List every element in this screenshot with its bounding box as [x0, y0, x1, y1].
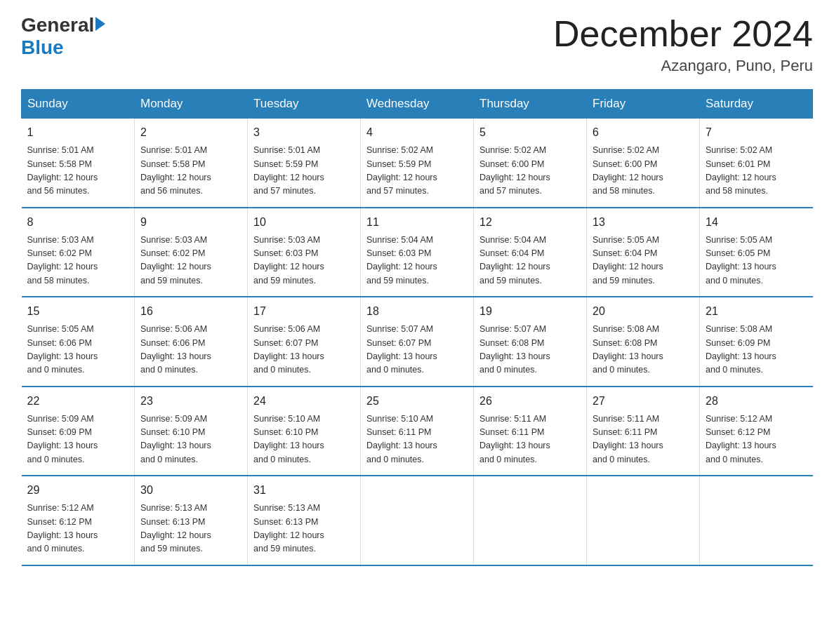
location-text: Azangaro, Puno, Peru — [553, 57, 813, 75]
day-info: Sunrise: 5:06 AMSunset: 6:07 PMDaylight:… — [253, 323, 355, 377]
day-number: 1 — [27, 124, 129, 141]
day-number: 19 — [479, 303, 581, 320]
day-number: 21 — [706, 303, 807, 320]
day-number: 3 — [253, 124, 355, 141]
day-header-sunday: Sunday — [22, 90, 135, 119]
week-row-5: 29 Sunrise: 5:12 AMSunset: 6:12 PMDaylig… — [22, 476, 813, 565]
calendar-cell: 7 Sunrise: 5:02 AMSunset: 6:01 PMDayligh… — [700, 119, 813, 208]
calendar-cell: 17 Sunrise: 5:06 AMSunset: 6:07 PMDaylig… — [248, 297, 361, 387]
calendar-cell: 31 Sunrise: 5:13 AMSunset: 6:13 PMDaylig… — [248, 476, 361, 565]
calendar-cell: 9 Sunrise: 5:03 AMSunset: 6:02 PMDayligh… — [135, 208, 248, 297]
day-number: 7 — [706, 124, 807, 141]
day-info: Sunrise: 5:01 AMSunset: 5:58 PMDaylight:… — [140, 144, 241, 199]
week-row-3: 15 Sunrise: 5:05 AMSunset: 6:06 PMDaylig… — [22, 297, 813, 387]
day-number: 24 — [253, 393, 355, 410]
calendar-cell: 30 Sunrise: 5:13 AMSunset: 6:13 PMDaylig… — [135, 476, 248, 565]
day-info: Sunrise: 5:12 AMSunset: 6:12 PMDaylight:… — [27, 502, 129, 556]
day-info: Sunrise: 5:11 AMSunset: 6:11 PMDaylight:… — [479, 412, 581, 467]
page-header: General Blue December 2024 Azangaro, Pun… — [21, 14, 813, 75]
day-number: 13 — [593, 214, 694, 231]
day-number: 20 — [593, 303, 694, 320]
calendar-header: SundayMondayTuesdayWednesdayThursdayFrid… — [22, 90, 813, 119]
calendar-cell: 3 Sunrise: 5:01 AMSunset: 5:59 PMDayligh… — [248, 119, 361, 208]
day-info: Sunrise: 5:07 AMSunset: 6:07 PMDaylight:… — [366, 323, 468, 377]
day-number: 23 — [140, 393, 241, 410]
day-info: Sunrise: 5:04 AMSunset: 6:04 PMDaylight:… — [479, 234, 581, 288]
week-row-4: 22 Sunrise: 5:09 AMSunset: 6:09 PMDaylig… — [22, 387, 813, 476]
day-info: Sunrise: 5:09 AMSunset: 6:09 PMDaylight:… — [27, 412, 129, 467]
calendar-cell: 29 Sunrise: 5:12 AMSunset: 6:12 PMDaylig… — [22, 476, 135, 565]
day-number: 11 — [366, 214, 468, 231]
day-number: 17 — [253, 303, 355, 320]
day-number: 4 — [366, 124, 468, 141]
month-title: December 2024 — [553, 14, 813, 54]
day-info: Sunrise: 5:13 AMSunset: 6:13 PMDaylight:… — [140, 502, 241, 556]
calendar-cell: 22 Sunrise: 5:09 AMSunset: 6:09 PMDaylig… — [22, 387, 135, 476]
day-number: 5 — [479, 124, 581, 141]
day-number: 16 — [140, 303, 241, 320]
day-info: Sunrise: 5:13 AMSunset: 6:13 PMDaylight:… — [253, 502, 355, 556]
calendar-cell — [587, 476, 700, 565]
calendar-cell: 14 Sunrise: 5:05 AMSunset: 6:05 PMDaylig… — [700, 208, 813, 297]
calendar-cell: 6 Sunrise: 5:02 AMSunset: 6:00 PMDayligh… — [587, 119, 700, 208]
week-row-2: 8 Sunrise: 5:03 AMSunset: 6:02 PMDayligh… — [22, 208, 813, 297]
day-number: 28 — [706, 393, 807, 410]
calendar-cell: 26 Sunrise: 5:11 AMSunset: 6:11 PMDaylig… — [474, 387, 587, 476]
day-number: 27 — [593, 393, 694, 410]
calendar-cell: 18 Sunrise: 5:07 AMSunset: 6:07 PMDaylig… — [361, 297, 474, 387]
day-info: Sunrise: 5:03 AMSunset: 6:02 PMDaylight:… — [140, 234, 241, 288]
day-header-saturday: Saturday — [700, 90, 813, 119]
day-number: 29 — [27, 482, 129, 499]
calendar-cell — [361, 476, 474, 565]
day-number: 22 — [27, 393, 129, 410]
logo-blue-text: Blue — [21, 36, 64, 59]
day-info: Sunrise: 5:03 AMSunset: 6:03 PMDaylight:… — [253, 234, 355, 288]
day-number: 30 — [140, 482, 241, 499]
week-row-1: 1 Sunrise: 5:01 AMSunset: 5:58 PMDayligh… — [22, 119, 813, 208]
calendar-cell: 27 Sunrise: 5:11 AMSunset: 6:11 PMDaylig… — [587, 387, 700, 476]
logo: General Blue — [21, 14, 105, 59]
day-number: 6 — [593, 124, 694, 141]
day-number: 14 — [706, 214, 807, 231]
day-header-wednesday: Wednesday — [361, 90, 474, 119]
day-number: 12 — [479, 214, 581, 231]
logo-general-text: General — [21, 14, 94, 36]
calendar-cell: 13 Sunrise: 5:05 AMSunset: 6:04 PMDaylig… — [587, 208, 700, 297]
day-number: 15 — [27, 303, 129, 320]
day-info: Sunrise: 5:07 AMSunset: 6:08 PMDaylight:… — [479, 323, 581, 377]
calendar-cell: 2 Sunrise: 5:01 AMSunset: 5:58 PMDayligh… — [135, 119, 248, 208]
day-header-thursday: Thursday — [474, 90, 587, 119]
day-info: Sunrise: 5:05 AMSunset: 6:05 PMDaylight:… — [706, 234, 807, 288]
day-info: Sunrise: 5:10 AMSunset: 6:11 PMDaylight:… — [366, 412, 468, 467]
day-info: Sunrise: 5:05 AMSunset: 6:04 PMDaylight:… — [593, 234, 694, 288]
day-number: 10 — [253, 214, 355, 231]
calendar-table: SundayMondayTuesdayWednesdayThursdayFrid… — [21, 89, 813, 566]
calendar-cell: 21 Sunrise: 5:08 AMSunset: 6:09 PMDaylig… — [700, 297, 813, 387]
day-info: Sunrise: 5:12 AMSunset: 6:12 PMDaylight:… — [706, 412, 807, 467]
calendar-cell: 25 Sunrise: 5:10 AMSunset: 6:11 PMDaylig… — [361, 387, 474, 476]
day-header-monday: Monday — [135, 90, 248, 119]
day-info: Sunrise: 5:06 AMSunset: 6:06 PMDaylight:… — [140, 323, 241, 377]
day-header-friday: Friday — [587, 90, 700, 119]
day-info: Sunrise: 5:02 AMSunset: 5:59 PMDaylight:… — [366, 144, 468, 199]
calendar-cell — [474, 476, 587, 565]
day-number: 18 — [366, 303, 468, 320]
day-info: Sunrise: 5:04 AMSunset: 6:03 PMDaylight:… — [366, 234, 468, 288]
header-row: SundayMondayTuesdayWednesdayThursdayFrid… — [22, 90, 813, 119]
calendar-cell: 15 Sunrise: 5:05 AMSunset: 6:06 PMDaylig… — [22, 297, 135, 387]
calendar-cell: 8 Sunrise: 5:03 AMSunset: 6:02 PMDayligh… — [22, 208, 135, 297]
day-info: Sunrise: 5:01 AMSunset: 5:59 PMDaylight:… — [253, 144, 355, 199]
day-number: 31 — [253, 482, 355, 499]
calendar-body: 1 Sunrise: 5:01 AMSunset: 5:58 PMDayligh… — [22, 119, 813, 565]
day-info: Sunrise: 5:11 AMSunset: 6:11 PMDaylight:… — [593, 412, 694, 467]
day-number: 8 — [27, 214, 129, 231]
day-info: Sunrise: 5:02 AMSunset: 6:01 PMDaylight:… — [706, 144, 807, 199]
calendar-cell: 16 Sunrise: 5:06 AMSunset: 6:06 PMDaylig… — [135, 297, 248, 387]
day-number: 25 — [366, 393, 468, 410]
day-number: 2 — [140, 124, 241, 141]
logo-arrow-icon — [95, 17, 105, 31]
calendar-cell: 12 Sunrise: 5:04 AMSunset: 6:04 PMDaylig… — [474, 208, 587, 297]
calendar-cell: 28 Sunrise: 5:12 AMSunset: 6:12 PMDaylig… — [700, 387, 813, 476]
calendar-cell: 19 Sunrise: 5:07 AMSunset: 6:08 PMDaylig… — [474, 297, 587, 387]
calendar-cell: 24 Sunrise: 5:10 AMSunset: 6:10 PMDaylig… — [248, 387, 361, 476]
